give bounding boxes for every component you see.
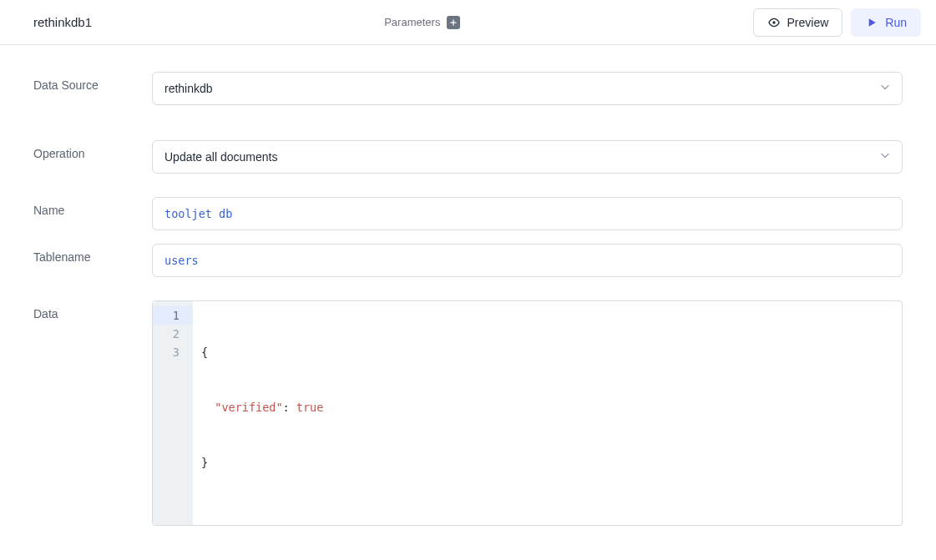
line-number: 1	[153, 306, 193, 325]
chevron-down-icon	[878, 81, 892, 97]
data-source-value: rethinkdb	[164, 82, 213, 95]
parameters-label: Parameters	[384, 16, 440, 28]
label-data: Data	[33, 300, 152, 320]
header-center: Parameters	[92, 16, 752, 29]
play-icon	[865, 16, 878, 29]
header-actions: Preview Run	[753, 8, 921, 37]
label-operation: Operation	[33, 140, 152, 160]
line-number: 3	[158, 343, 180, 361]
row-data: Data 1 2 3 { "verified": true }	[33, 300, 903, 526]
row-operation: Operation Update all documents	[33, 140, 903, 174]
svg-point-0	[772, 21, 775, 23]
row-tablename: Tablename	[33, 244, 903, 277]
query-form: Data Source rethinkdb Operation Update a…	[0, 45, 936, 560]
operation-value: Update all documents	[164, 150, 277, 164]
query-header: rethinkdb1 Parameters Preview Run	[0, 0, 936, 45]
run-button-label: Run	[885, 16, 907, 29]
name-input[interactable]	[152, 197, 903, 230]
add-parameter-button[interactable]	[447, 16, 460, 29]
code-gutter: 1 2 3	[153, 301, 193, 525]
operation-select[interactable]: Update all documents	[152, 140, 903, 174]
code-body[interactable]: { "verified": true }	[193, 301, 902, 525]
eye-icon	[767, 16, 781, 29]
row-name: Name	[33, 197, 903, 230]
label-data-source: Data Source	[33, 72, 152, 92]
label-tablename: Tablename	[33, 244, 152, 264]
tablename-input[interactable]	[152, 244, 903, 277]
data-code-editor[interactable]: 1 2 3 { "verified": true }	[152, 300, 903, 526]
plus-icon	[449, 18, 458, 27]
query-title[interactable]: rethinkdb1	[33, 15, 92, 29]
data-source-select[interactable]: rethinkdb	[152, 72, 903, 105]
preview-button-label: Preview	[787, 16, 829, 29]
label-name: Name	[33, 197, 152, 217]
run-button[interactable]: Run	[851, 8, 921, 37]
preview-button[interactable]: Preview	[753, 8, 843, 37]
line-number: 2	[158, 325, 180, 343]
chevron-down-icon	[878, 149, 892, 165]
row-data-source: Data Source rethinkdb	[33, 72, 903, 105]
